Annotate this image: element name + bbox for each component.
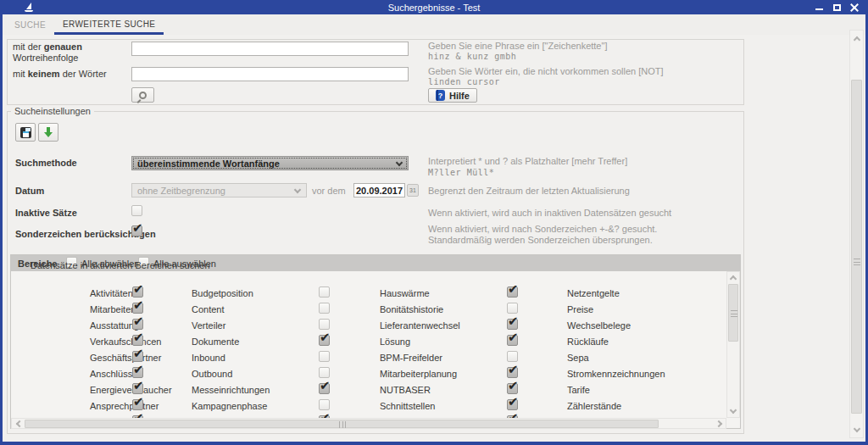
check-icon: ✔	[320, 410, 331, 418]
minimize-button[interactable]	[814, 3, 824, 13]
save-settings-button[interactable]	[15, 123, 36, 142]
help-book-icon: ?	[436, 90, 445, 101]
maximize-button[interactable]	[832, 3, 842, 13]
check-icon: ✔	[132, 220, 143, 236]
bereich-label: Budgetposition	[192, 288, 253, 299]
special-chars-hint-1: Wenn aktiviert, wird nach Sonderzeichen …	[428, 224, 657, 234]
bereich-label: Lieferantenwechsel	[380, 320, 460, 331]
bereiche-vertical-scrollbar[interactable]	[726, 271, 740, 418]
save-icon	[20, 127, 31, 138]
close-button[interactable]	[849, 3, 860, 13]
scroll-down-icon	[730, 407, 737, 414]
exact-word-order-input[interactable]	[131, 42, 409, 56]
bereiche-horizontal-scrollbar[interactable]	[11, 418, 726, 429]
bereich-checkbox-geschäftspartner[interactable]: ✔	[132, 351, 143, 362]
load-settings-button[interactable]	[38, 123, 58, 142]
magnifier-icon	[139, 92, 147, 99]
bereich-label: Lösung	[380, 337, 410, 348]
bereich-label: Wechselbelege	[567, 320, 631, 331]
bereich-checkbox-nutbaser[interactable]: ✔	[507, 383, 518, 394]
bereiche-row: Ansprechpartner✔Kampagnenphase✔Schnittst…	[11, 398, 726, 414]
check-icon: ✔	[133, 378, 144, 393]
bereich-checkbox-kampagnenphase[interactable]: ✔	[319, 399, 330, 410]
bereich-label: Inbound	[192, 353, 225, 364]
search-method-hint: Interpretiert * und ? als Platzhalter [m…	[428, 156, 627, 166]
bereich-checkbox-energieverbraucher[interactable]: ✔	[132, 383, 143, 394]
calendar-button[interactable]: 31	[407, 184, 419, 197]
phrase-hint: Geben Sie eine Phrase ein ["Zeichenkette…	[428, 41, 607, 51]
date-hint: Begrenzt den Zeitraum der letzten Aktual…	[428, 186, 630, 196]
bereich-checkbox-content[interactable]: ✔	[319, 303, 330, 314]
check-icon: ✔	[320, 378, 331, 393]
bereich-checkbox-anschlüsse[interactable]: ✔	[132, 367, 143, 378]
bereich-checkbox-verteiler[interactable]: ✔	[319, 319, 330, 330]
search-method-example: M?ller Müll*	[428, 168, 494, 177]
scroll-down-icon	[853, 425, 860, 431]
bereich-checkbox-budgetposition[interactable]: ✔	[319, 286, 330, 298]
bereiche-row: Ausstattung✔Verteiler✔Lieferantenwechsel…	[11, 318, 726, 334]
window-title: Suchergebnisse - Test	[0, 3, 868, 13]
bereich-checkbox-bonitätshistorie[interactable]: ✔	[507, 303, 518, 314]
bereich-checkbox-verkaufschancen[interactable]: ✔	[132, 335, 143, 346]
tab-suche[interactable]: SUCHE	[6, 16, 54, 33]
inactive-records-checkbox[interactable]: ✔	[131, 205, 142, 216]
scroll-left-icon	[15, 420, 22, 427]
bereiche-row: Anschlüsse✔Outbound✔Mitarbeiterplanung✔S…	[11, 366, 726, 382]
window-vertical-scrollbar[interactable]	[849, 30, 864, 438]
bereich-checkbox-messeinrichtungen[interactable]: ✔	[319, 383, 330, 394]
bereich-label: Bonitätshistorie	[380, 304, 443, 315]
bereich-label: Messeinrichtungen	[192, 385, 270, 396]
bereich-label: BPM-Freifelder	[380, 353, 442, 364]
bereich-label: Mitarbeiterplanung	[380, 369, 457, 380]
tab-bar: SUCHE ERWEITERTE SUCHE	[3, 14, 865, 35]
none-of-words-input[interactable]	[131, 67, 409, 81]
download-arrow-icon	[43, 127, 53, 138]
check-icon: ✔	[133, 298, 144, 313]
bereich-checkbox-mitarbeiter[interactable]: ✔	[132, 303, 143, 314]
bereich-checkbox-mitarbeiterplanung[interactable]: ✔	[507, 367, 518, 378]
check-icon: ✔	[133, 286, 144, 297]
bereich-label: Anschlüsse	[90, 369, 137, 380]
search-method-dropdown[interactable]: übereinstimmende Wortanfänge	[131, 156, 409, 170]
bereich-label: Stromkennzeichnungen	[567, 369, 665, 380]
check-icon: ✔	[133, 346, 144, 361]
bereich-checkbox-dokumente[interactable]: ✔	[319, 335, 330, 346]
bereich-label: Verkaufschancen	[90, 337, 161, 348]
bereich-label: Kampagnenphase	[192, 401, 267, 412]
inactive-records-hint: Wenn aktiviert, wird auch in inaktiven D…	[428, 208, 671, 218]
bereich-checkbox-outbound[interactable]: ✔	[319, 367, 330, 378]
help-button[interactable]: ? Hilfe	[428, 88, 477, 103]
bereich-checkbox-bpm-freifelder[interactable]: ✔	[507, 351, 518, 362]
bereich-checkbox-ansprechpartner[interactable]: ✔	[132, 399, 143, 410]
bereich-label: Energieverbraucher	[90, 385, 172, 396]
bereich-label: Aktivitäten	[90, 288, 133, 299]
date-range-dropdown[interactable]: ohne Zeitbegrenzung	[131, 183, 307, 197]
scrollbar-thumb[interactable]	[25, 420, 659, 428]
bereich-checkbox-schnittstellen[interactable]: ✔	[507, 399, 518, 410]
not-hint: Geben Sie Wörter ein, die nicht vorkomme…	[428, 66, 664, 76]
special-chars-checkbox[interactable]: ✔	[131, 225, 142, 236]
check-icon: ✔	[133, 410, 144, 418]
search-method-value: übereinstimmende Wortanfänge	[132, 159, 285, 169]
chevron-down-icon	[396, 159, 403, 166]
search-button[interactable]	[131, 87, 154, 103]
bereich-checkbox-inbound[interactable]: ✔	[319, 351, 330, 362]
scrollbar-thumb[interactable]	[851, 80, 862, 414]
bereich-label: Hauswärme	[380, 288, 430, 299]
scrollbar-thumb[interactable]	[728, 284, 738, 342]
check-icon: ✔	[320, 330, 331, 345]
check-icon: ✔	[133, 330, 144, 345]
close-icon	[850, 3, 859, 12]
bereich-checkbox-ausstattung[interactable]: ✔	[132, 319, 143, 330]
bereich-checkbox-aktivitäten[interactable]: ✔	[132, 286, 143, 298]
chevron-down-icon	[294, 186, 301, 193]
date-input[interactable]: 20.09.2017	[353, 183, 405, 197]
maximize-icon	[833, 4, 841, 11]
bereiche-row: Geschäftspartner✔Inbound✔BPM-Freifelder✔…	[11, 350, 726, 366]
bereich-checkbox-hauswärme[interactable]: ✔	[507, 286, 518, 298]
bereich-checkbox-lösung[interactable]: ✔	[507, 335, 518, 346]
inactive-records-label: Inaktive Sätze	[15, 208, 77, 218]
tab-erweiterte-suche[interactable]: ERWEITERTE SUCHE	[54, 15, 164, 35]
bereich-label: Geschäftspartner	[90, 353, 161, 364]
bereich-checkbox-lieferantenwechsel[interactable]: ✔	[507, 319, 518, 330]
